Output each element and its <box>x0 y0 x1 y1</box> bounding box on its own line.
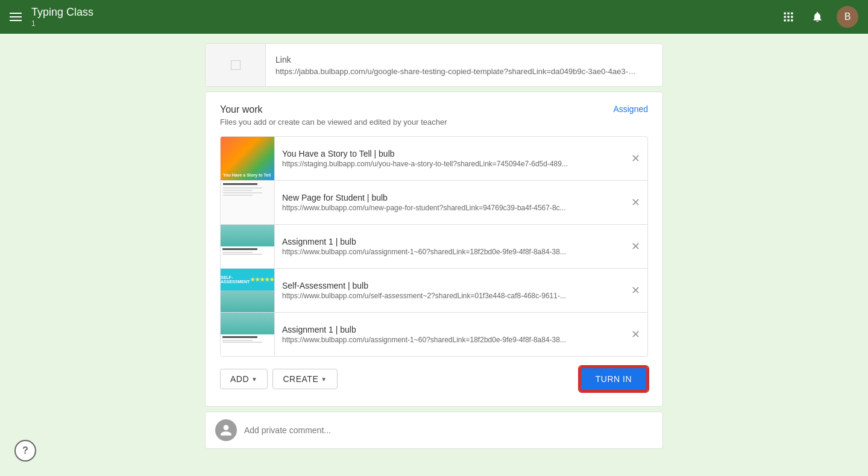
add-dropdown-arrow: ▼ <box>251 376 257 383</box>
work-title: Your work <box>220 104 263 115</box>
remove-file-button[interactable]: ✕ <box>623 278 647 302</box>
file-url: https://www.bulbapp.com/u/assignment-1~6… <box>282 336 596 344</box>
class-title: Typing Class <box>31 6 779 19</box>
link-thumbnail-image <box>231 60 241 70</box>
remove-file-button[interactable]: ✕ <box>623 146 647 171</box>
svg-rect-0 <box>784 13 786 14</box>
grid-icon[interactable] <box>779 7 798 27</box>
file-thumbnail-assignment1 <box>221 225 275 268</box>
svg-rect-6 <box>784 19 786 21</box>
remove-file-button[interactable]: ✕ <box>623 190 647 215</box>
work-card: Your work Assigned Files you add or crea… <box>205 92 663 407</box>
file-info: Assignment 1 | bulb https://www.bulbapp.… <box>275 232 623 261</box>
table-row: You Have a Story to Tell You Have a Stor… <box>221 137 647 181</box>
link-thumbnail <box>206 44 266 86</box>
user-avatar[interactable]: B <box>837 6 858 28</box>
add-label: ADD <box>230 374 249 384</box>
link-info: Link https://jabba.bulbapp.com/u/google-… <box>266 48 662 83</box>
table-row: Assignment 1 | bulb https://www.bulbapp.… <box>221 313 647 356</box>
remove-file-button[interactable]: ✕ <box>623 322 647 346</box>
main-content: Link https://jabba.bulbapp.com/u/google-… <box>0 0 868 473</box>
file-url: https://www.bulbapp.com/u/assignment-1~6… <box>282 248 596 256</box>
file-thumbnail-newpage <box>221 181 275 224</box>
file-list: You Have a Story to Tell You Have a Stor… <box>220 136 648 357</box>
file-name: You Have a Story to Tell | bulb <box>282 149 616 158</box>
svg-rect-8 <box>791 19 793 21</box>
table-row: SELF-ASSESSMENT★★★★★ Self-Assessment | b… <box>221 269 647 313</box>
file-info: Assignment 1 | bulb https://www.bulbapp.… <box>275 320 623 349</box>
content-wrapper: Link https://jabba.bulbapp.com/u/google-… <box>205 43 663 449</box>
action-bar: ADD ▼ CREATE ▼ TURN IN <box>220 366 648 392</box>
create-dropdown-arrow: ▼ <box>321 376 327 383</box>
class-number: 1 <box>31 19 779 28</box>
file-name: Assignment 1 | bulb <box>282 237 616 246</box>
commenter-avatar <box>215 419 237 441</box>
create-button[interactable]: CREATE ▼ <box>272 369 337 389</box>
svg-rect-4 <box>787 16 789 17</box>
header-title-block: Typing Class 1 <box>31 6 779 28</box>
file-thumbnail-assignment2 <box>221 313 275 356</box>
svg-rect-1 <box>787 13 789 14</box>
file-info: You Have a Story to Tell | bulb https://… <box>275 144 623 173</box>
table-row: Assignment 1 | bulb https://www.bulbapp.… <box>221 225 647 269</box>
file-name: Assignment 1 | bulb <box>282 325 616 334</box>
svg-rect-3 <box>784 16 786 17</box>
file-url: https://staging.bulbapp.com/u/you-have-a… <box>282 160 596 168</box>
file-thumbnail-self: SELF-ASSESSMENT★★★★★ <box>221 269 275 312</box>
svg-rect-5 <box>791 16 793 17</box>
notifications-icon[interactable] <box>808 7 827 27</box>
remove-file-button[interactable]: ✕ <box>623 234 647 258</box>
file-name: New Page for Student | bulb <box>282 193 616 202</box>
turn-in-button[interactable]: TURN IN <box>579 366 648 392</box>
table-row: New Page for Student | bulb https://www.… <box>221 181 647 225</box>
help-button[interactable]: ? <box>14 440 36 462</box>
link-type-label: Link <box>275 55 653 64</box>
svg-rect-2 <box>791 13 793 14</box>
link-url: https://jabba.bulbapp.com/u/google-share… <box>275 67 637 76</box>
file-url: https://www.bulbapp.com/u/new-page-for-s… <box>282 204 596 212</box>
file-url: https://www.bulbapp.com/u/self-assessmen… <box>282 292 596 300</box>
svg-rect-7 <box>787 19 789 21</box>
link-card: Link https://jabba.bulbapp.com/u/google-… <box>205 43 663 87</box>
file-thumbnail-story: You Have a Story to Tell <box>221 137 275 180</box>
work-status: Assigned <box>613 104 648 114</box>
comment-section <box>205 412 663 449</box>
menu-icon[interactable] <box>10 13 22 21</box>
app-header: Typing Class 1 B <box>0 0 868 34</box>
comment-input[interactable] <box>244 425 653 435</box>
file-info: New Page for Student | bulb https://www.… <box>275 188 623 217</box>
file-info: Self-Assessment | bulb https://www.bulba… <box>275 276 623 305</box>
create-label: CREATE <box>283 374 318 384</box>
add-button[interactable]: ADD ▼ <box>220 369 268 389</box>
header-actions: B <box>779 6 858 28</box>
work-header: Your work Assigned <box>220 104 648 115</box>
file-name: Self-Assessment | bulb <box>282 281 616 290</box>
work-subtitle: Files you add or create can be viewed an… <box>220 117 648 127</box>
